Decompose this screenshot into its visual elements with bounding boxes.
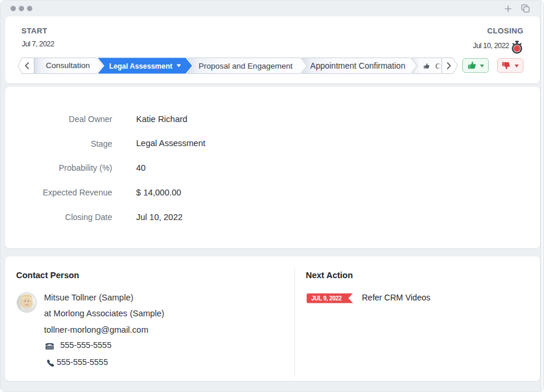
svg-text:Consultation: Consultation bbox=[46, 61, 90, 70]
svg-text:Proposal and Engagement: Proposal and Engagement bbox=[199, 62, 293, 70]
svg-text:Legal Assessment: Legal Assessment bbox=[109, 62, 173, 70]
svg-text:Appointment Confirmation: Appointment Confirmation bbox=[310, 61, 405, 70]
